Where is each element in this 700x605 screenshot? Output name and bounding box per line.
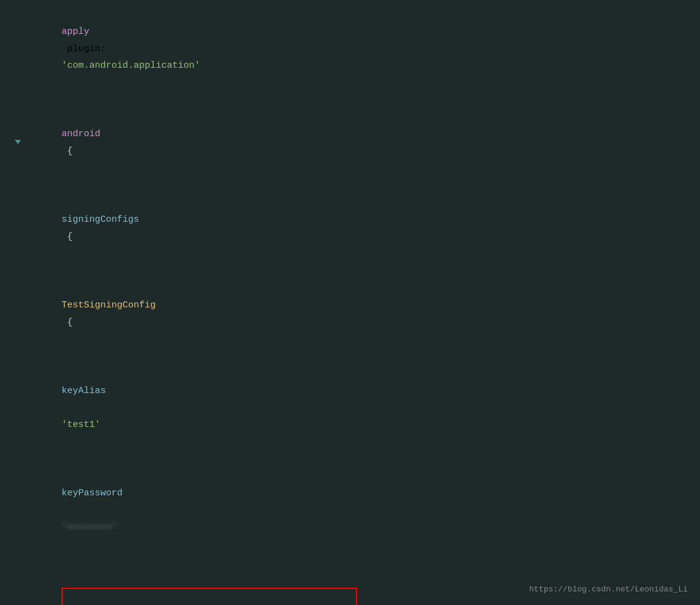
code-line-1: apply plugin: 'com.android.application' — [12, 6, 700, 92]
code-line-3: android { — [12, 109, 700, 177]
storefile-highlight: storeFile file ( •••••••••••••••••••••••… — [62, 588, 357, 606]
code-line-7: keyPassword '••••••••' — [12, 451, 700, 554]
code-line-4: signingConfigs { — [12, 177, 700, 263]
watermark: https://blog.csdn.net/Leonidas_Li — [529, 585, 688, 594]
code-line-5: TestSigningConfig { — [12, 262, 700, 348]
code-editor: apply plugin: 'com.android.application' … — [0, 0, 700, 605]
code-line-8: storeFile file ( •••••••••••••••••••••••… — [12, 553, 700, 605]
code-line-6: keyAlias 'test1' — [12, 348, 700, 451]
gutter-arrow-android — [12, 140, 23, 146]
code-line-2 — [12, 92, 700, 109]
